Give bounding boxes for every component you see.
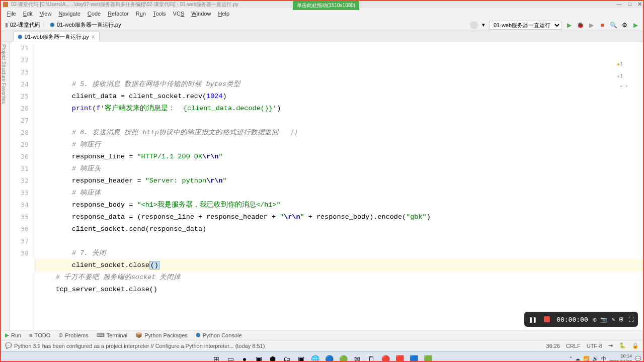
python-file-icon: ⬢ xyxy=(18,34,23,40)
window-title: 02-课堂代码 [C:\Users\A... ..\day07-web服务器和多… xyxy=(11,1,238,8)
folder-icon: ▮ xyxy=(5,22,8,28)
cursor-position[interactable]: 36:26 xyxy=(546,343,560,349)
minimize-button[interactable]: — xyxy=(616,1,622,8)
taskbar-app[interactable]: 🗂 xyxy=(280,352,293,363)
tool-run[interactable]: ▶Run xyxy=(5,332,21,338)
record-button[interactable] xyxy=(542,315,551,324)
debug-button[interactable]: 🐞 xyxy=(577,22,584,29)
line-numbers: 212223242526272829303132333435363738 xyxy=(10,42,35,330)
line-separator[interactable]: CRLF xyxy=(566,343,581,349)
menu-tools[interactable]: Tools xyxy=(150,10,169,18)
tool-todo[interactable]: ≡TODO xyxy=(29,332,50,338)
coverage-button[interactable]: ▶ xyxy=(588,22,595,29)
file-encoding[interactable]: UTF-8 xyxy=(587,343,602,349)
search-icon[interactable]: 🔍 xyxy=(610,22,617,29)
menu-window[interactable]: Window xyxy=(188,10,214,18)
breadcrumb-sep: 〉 xyxy=(42,21,48,29)
screen-drag-hint: 单击此处拖动(1510x1080) xyxy=(293,1,359,10)
editor-tab[interactable]: ⬢ 01-web服务器一直运行.py ✕ xyxy=(13,32,100,42)
maximize-button[interactable]: □ xyxy=(628,1,631,8)
taskbar-app[interactable]: 🟢 xyxy=(337,352,350,363)
menu-vcs[interactable]: VCS xyxy=(170,10,188,18)
taskbar-app[interactable]: 🔴 xyxy=(379,352,392,363)
taskbar-clock[interactable]: 10:14 2021/11/19 xyxy=(609,353,632,363)
tool-terminal[interactable]: ⌨Terminal xyxy=(97,332,128,338)
taskbar-app[interactable]: 🟦 xyxy=(407,352,420,363)
tray-volume-icon[interactable]: 🔊 xyxy=(592,356,598,361)
tray-ime-icon[interactable]: 中 xyxy=(601,355,606,363)
tray-wifi-icon[interactable]: 📶 xyxy=(583,356,589,361)
readonly-icon[interactable]: 🔒 xyxy=(632,342,639,349)
start-button[interactable]: ⊞ xyxy=(210,352,223,363)
taskbar-app[interactable]: ▣ xyxy=(294,352,307,363)
menu-navigate[interactable]: Navigate xyxy=(55,10,83,18)
system-tray[interactable]: ˄ ☁ 📶 🔊 中 10:14 2021/11/19 💬 xyxy=(570,353,641,363)
navigation-bar: ▮ 02-课堂代码 〉 ⬢ 01-web服务器一直运行.py ▾ 01-web服… xyxy=(1,19,643,31)
taskbar-app[interactable]: ● xyxy=(238,352,251,363)
menu-run[interactable]: Run xyxy=(133,10,149,18)
tool-python-packages[interactable]: 📦Python Packages xyxy=(135,332,188,338)
menu-edit[interactable]: Edit xyxy=(20,10,36,18)
screen-recorder-widget[interactable]: ❚❚ 00:00:00 ◎ 📷 ✎ ⛨ ⛶ xyxy=(524,312,638,327)
run-anything-icon[interactable]: ▶ xyxy=(632,22,639,29)
left-tool-stripe[interactable]: Project Structure Favorites xyxy=(1,42,10,330)
info-icon: 💬 xyxy=(5,342,12,349)
stop-button[interactable]: ■ xyxy=(599,22,606,29)
taskbar-app[interactable]: 🟥 xyxy=(393,352,406,363)
menu-file[interactable]: File xyxy=(4,10,19,18)
windows-taskbar: ⊞ ▭ ● ▣ ⬢ 🗂 ▣ 🌐 🔵 🟢 ✉ 🗒 🔴 🟥 🟦 🟩 ˄ ☁ 📶 🔊 … xyxy=(1,351,643,362)
taskbar-app[interactable]: ✉ xyxy=(351,352,364,363)
tab-close-icon[interactable]: ✕ xyxy=(91,34,95,40)
tray-icon[interactable]: ☁ xyxy=(575,356,580,361)
editor-tab-label: 01-web服务器一直运行.py xyxy=(25,33,89,41)
editor-tabs: ⬢ 01-web服务器一直运行.py ✕ xyxy=(1,31,643,42)
taskbar-app[interactable]: ▣ xyxy=(252,352,265,363)
app-logo-icon xyxy=(3,2,8,7)
pause-button[interactable]: ❚❚ xyxy=(528,315,537,324)
notifications-icon[interactable]: 💬 xyxy=(635,356,641,361)
dropdown-arrow-icon[interactable]: ▾ xyxy=(482,22,485,28)
tray-chevron-icon[interactable]: ˄ xyxy=(570,356,572,361)
menu-refactor[interactable]: Refactor xyxy=(105,10,132,18)
camera-icon[interactable]: 📷 xyxy=(600,316,607,323)
expand-icon[interactable]: ⛶ xyxy=(628,316,634,323)
inspection-badges[interactable]: ▲1 ▲1 ˄ ˅ xyxy=(599,46,628,107)
tool-problems[interactable]: ⊘Problems xyxy=(58,332,88,338)
menu-code[interactable]: Code xyxy=(85,10,104,18)
indent-icon[interactable]: ⇥ xyxy=(608,342,613,349)
bottom-tool-window-bar: ▶Run ≡TODO ⊘Problems ⌨Terminal 📦Python P… xyxy=(1,330,643,340)
recorder-timer: 00:00:00 xyxy=(556,316,588,323)
user-avatar-icon[interactable] xyxy=(470,21,478,29)
taskbar-app[interactable]: 🔵 xyxy=(323,352,336,363)
code-area[interactable]: ▲1 ▲1 ˄ ˅ # 5. 接收消息 数据在网络中传输的时候 bytes类型 … xyxy=(35,42,643,330)
tool-python-console[interactable]: ⬢Python Console xyxy=(196,332,242,338)
status-message[interactable]: Python 3.9 has been configured as a proj… xyxy=(14,343,265,349)
target-icon[interactable]: ◎ xyxy=(593,316,597,323)
shield-icon[interactable]: ⛨ xyxy=(619,316,624,323)
taskbar-app[interactable]: 🗒 xyxy=(365,352,378,363)
run-config-select[interactable]: 01-web服务器一直运行 xyxy=(489,21,561,30)
chevron-icon: ˄ ˅ xyxy=(617,85,628,91)
settings-icon[interactable]: ⚙ xyxy=(621,22,628,29)
breadcrumb-project[interactable]: 02-课堂代码 xyxy=(10,21,40,29)
close-button[interactable]: ✕ xyxy=(637,1,642,8)
menu-help[interactable]: Help xyxy=(215,10,232,18)
interpreter-icon[interactable]: 🐍 xyxy=(619,342,626,349)
menu-view[interactable]: View xyxy=(37,10,55,18)
taskbar-app[interactable]: 🌐 xyxy=(308,352,321,363)
run-button[interactable]: ▶ xyxy=(566,22,573,29)
editor: Project Structure Favorites 212223242526… xyxy=(1,42,643,330)
status-bar: 💬 Python 3.9 has been configured as a pr… xyxy=(1,340,643,351)
taskbar-app[interactable]: ⬢ xyxy=(266,352,279,363)
breadcrumb-file[interactable]: 01-web服务器一直运行.py xyxy=(57,21,121,29)
taskbar-app[interactable]: 🟩 xyxy=(421,352,434,363)
python-file-icon: ⬢ xyxy=(50,22,55,28)
pencil-icon[interactable]: ✎ xyxy=(611,316,615,323)
taskbar-app[interactable]: ▭ xyxy=(224,352,237,363)
